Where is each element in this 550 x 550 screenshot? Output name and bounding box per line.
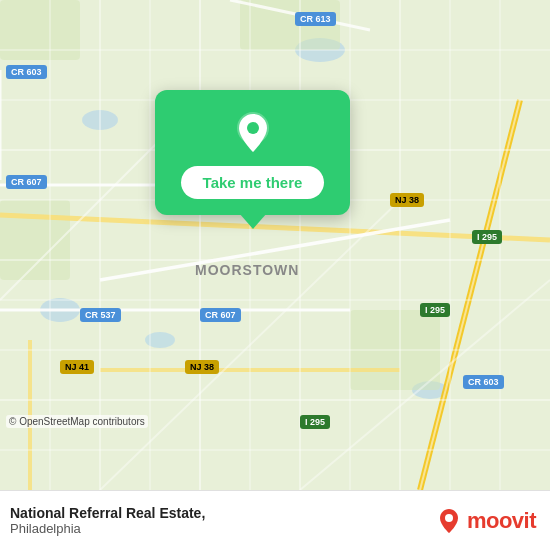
road-label-cr603-left: CR 603 [6,65,47,79]
moovit-text: moovit [467,508,536,534]
svg-point-44 [247,122,259,134]
road-label-i295-right: I 295 [472,230,502,244]
moovit-pin-icon [435,507,463,535]
road-label-cr607-left: CR 607 [6,175,47,189]
svg-rect-6 [0,0,80,60]
town-label: MOORSTOWN [195,262,299,278]
road-label-cr603-right: CR 603 [463,375,504,389]
company-info: National Referral Real Estate, Philadelp… [10,505,205,536]
map-container: CR 613 CR 603 CR 607 CR 537 CR 607 NJ 38… [0,0,550,490]
road-label-cr613: CR 613 [295,12,336,26]
road-label-nj38-right: NJ 38 [390,193,424,207]
company-city: Philadelphia [10,521,205,536]
moovit-logo: moovit [435,507,536,535]
road-label-i295-mid: I 295 [420,303,450,317]
road-label-nj41: NJ 41 [60,360,94,374]
osm-attribution: © OpenStreetMap contributors [6,415,148,428]
take-me-there-button[interactable]: Take me there [181,166,325,199]
road-label-cr537: CR 537 [80,308,121,322]
svg-point-45 [445,514,453,522]
road-label-i295-lower: I 295 [300,415,330,429]
location-pin-icon [229,108,277,156]
road-label-cr607-lower: CR 607 [200,308,241,322]
popup-card: Take me there [155,90,350,215]
bottom-bar: National Referral Real Estate, Philadelp… [0,490,550,550]
company-name: National Referral Real Estate, [10,505,205,521]
road-label-nj38-lower: NJ 38 [185,360,219,374]
